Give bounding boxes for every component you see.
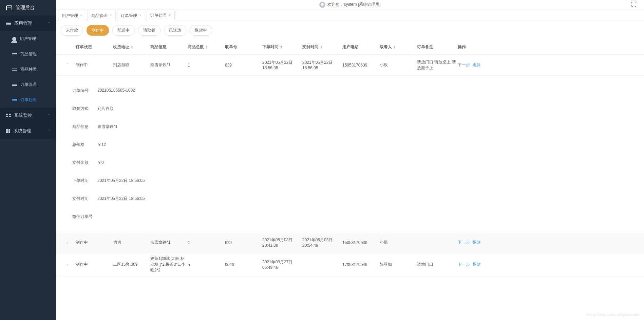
col-receiver[interactable]: 取餐人▲▼ xyxy=(380,44,417,50)
detail-field: 下单时间2021年05月22日 18:56:05 xyxy=(72,172,628,190)
status-filter-4[interactable]: 已送达 xyxy=(164,25,186,36)
menu-item-label: 商品管理 xyxy=(20,51,37,57)
cell-goods: 奶茶1[加冰 大杯 标准糖 ]*2,果茶3*1,小吃2*2 xyxy=(150,256,188,273)
cell-pickup: 9046 xyxy=(225,262,262,267)
cell-address: 到店自取 xyxy=(113,62,150,68)
refund-link[interactable]: 退款 xyxy=(473,240,481,245)
welcome-text: 欢迎您，system [系统管理员] xyxy=(327,2,380,7)
close-icon[interactable]: × xyxy=(110,13,112,18)
close-icon[interactable]: × xyxy=(80,13,82,18)
col-order-time[interactable]: 下单时间▲▼ xyxy=(262,44,302,50)
next-step-link[interactable]: 下一步 xyxy=(458,262,470,267)
refund-link[interactable]: 退款 xyxy=(473,62,481,67)
cell-goods: 奈雪拿铁*1 xyxy=(150,240,188,245)
menu-item-label: 用户管理 xyxy=(20,36,36,42)
brand-icon xyxy=(6,5,12,10)
col-phone[interactable]: 用户电话 xyxy=(342,44,380,50)
watermark: https://blog.csdn.net/pastoruide xyxy=(587,313,639,317)
sort-icon[interactable]: ▲▼ xyxy=(320,45,323,49)
cell-pickup: 639 xyxy=(225,240,262,245)
table-row: ›制作中切切奈雪拿铁*116392021年05月03日 20:41:382021… xyxy=(56,232,644,253)
brand-title: 管理后台 xyxy=(16,5,35,11)
col-status[interactable]: 订单状态 xyxy=(76,44,113,50)
status-filter-5[interactable]: 退款中 xyxy=(190,25,212,36)
sort-icon[interactable]: ▲▼ xyxy=(393,45,396,49)
table-row: ›制作中二区15舍,309奶茶1[加冰 大杯 标准糖 ]*2,果茶3*1,小吃2… xyxy=(56,253,644,276)
menu-item-订单管理[interactable]: 订单管理 xyxy=(0,77,56,92)
menu-item-商品管理[interactable]: 商品管理 xyxy=(0,46,56,62)
detail-label: 订单编号 xyxy=(72,88,91,94)
sort-icon[interactable]: ▲▼ xyxy=(205,45,208,49)
next-step-link[interactable]: 下一步 xyxy=(458,62,470,67)
expand-icon[interactable]: ˅ xyxy=(59,63,76,68)
detail-field: 微信订单号 xyxy=(72,208,628,226)
col-goods[interactable]: 商品信息 xyxy=(150,44,188,50)
col-pickup[interactable]: 取单号 xyxy=(225,44,262,50)
detail-field: 商品信息奈雪拿铁*1 xyxy=(72,118,628,136)
tab-2[interactable]: 订单管理× xyxy=(117,10,145,21)
cell-status: 制作中 xyxy=(76,262,113,267)
avatar-icon xyxy=(319,2,325,8)
status-filter-bar: 未付款制作中配送中请取餐已送达退款中 xyxy=(56,21,644,40)
status-filter-0[interactable]: 未付款 xyxy=(61,25,83,36)
close-icon[interactable]: × xyxy=(169,13,171,18)
menu-group-label: 系统管理 xyxy=(14,128,31,134)
tab-label: 订单处理 xyxy=(150,13,167,18)
cell-status: 制作中 xyxy=(76,240,113,245)
sort-icon[interactable]: ▲▼ xyxy=(131,45,133,49)
status-filter-1[interactable]: 制作中 xyxy=(87,25,109,36)
col-action: 操作 xyxy=(458,44,485,50)
cell-order-time: 2021年05月03日 20:41:38 xyxy=(262,237,302,248)
cell-actions: 下一步退款 xyxy=(458,262,485,267)
cell-actions: 下一步退款 xyxy=(458,240,485,245)
table-header: 订单状态 收货地址▲▼ 商品信息 商品总数▲▼ 取单号 下单时间▲▼ 支付时间▲… xyxy=(56,40,644,55)
cell-count: 1 xyxy=(188,63,225,68)
sliders-icon xyxy=(12,53,17,56)
menu-item-用户管理[interactable]: 用户管理 xyxy=(0,31,56,46)
detail-field: 支付金额￥0 xyxy=(72,154,628,172)
col-remark[interactable]: 订单备注 xyxy=(417,44,458,50)
sliders-icon xyxy=(12,98,17,102)
detail-value: 2021年05月22日 18:56:05 xyxy=(97,196,145,202)
col-pay-time[interactable]: 支付时间▲▼ xyxy=(302,44,342,50)
sort-icon[interactable]: ▲▼ xyxy=(280,45,283,49)
fullscreen-icon[interactable] xyxy=(631,2,637,8)
topbar: 欢迎您，system [系统管理员] xyxy=(56,0,644,10)
col-address[interactable]: 收货地址▲▼ xyxy=(113,44,150,50)
expand-icon[interactable]: › xyxy=(59,262,76,267)
menu-group-1[interactable]: 系统监控˅ xyxy=(0,108,56,123)
refund-link[interactable]: 退款 xyxy=(473,262,481,267)
cell-remark: 请放门口 xyxy=(417,262,458,267)
tab-0[interactable]: 用户管理× xyxy=(58,10,86,21)
cell-receiver: 小辰 xyxy=(380,240,417,245)
cell-pickup: 639 xyxy=(225,63,262,68)
cell-order-time: 2021年05月22日 18:56:05 xyxy=(262,60,302,70)
detail-label: 商品信息 xyxy=(72,124,91,130)
chevron-icon: ˅ xyxy=(48,114,50,117)
cell-count: 5 xyxy=(188,262,225,267)
expand-icon[interactable]: › xyxy=(59,240,76,245)
detail-value: ￥12 xyxy=(97,142,106,148)
tab-label: 订单管理 xyxy=(121,13,137,19)
brand-logo: 管理后台 xyxy=(0,0,56,16)
close-icon[interactable]: × xyxy=(139,13,141,18)
menu-item-商品种类[interactable]: 商品种类 xyxy=(0,62,56,77)
cell-receiver: 陈亚如 xyxy=(380,262,417,267)
status-filter-3[interactable]: 请取餐 xyxy=(138,25,160,36)
tab-3[interactable]: 订单处理× xyxy=(147,10,175,21)
menu-group-0[interactable]: 应用管理˄ xyxy=(0,16,56,31)
detail-value: 202105185605-1002 xyxy=(97,88,135,94)
welcome-message: 欢迎您，system [系统管理员] xyxy=(319,2,380,8)
tab-1[interactable]: 商品管理× xyxy=(88,10,116,21)
col-count[interactable]: 商品总数▲▼ xyxy=(188,44,225,50)
menu-item-订单处理[interactable]: 订单处理 xyxy=(0,92,56,108)
main-panel: 欢迎您，system [系统管理员] 用户管理×商品管理×订单管理×订单处理× … xyxy=(56,0,644,320)
next-step-link[interactable]: 下一步 xyxy=(458,240,470,245)
detail-value: ￥0 xyxy=(97,160,104,166)
menu-group-2[interactable]: 系统管理˅ xyxy=(0,123,56,139)
tab-label: 用户管理 xyxy=(62,13,78,19)
sidebar: 管理后台 应用管理˄用户管理商品管理商品种类订单管理订单处理系统监控˅系统管理˅ xyxy=(0,0,56,320)
cell-status: 制作中 xyxy=(76,62,113,68)
sliders-icon xyxy=(12,68,17,71)
status-filter-2[interactable]: 配送中 xyxy=(112,25,135,36)
